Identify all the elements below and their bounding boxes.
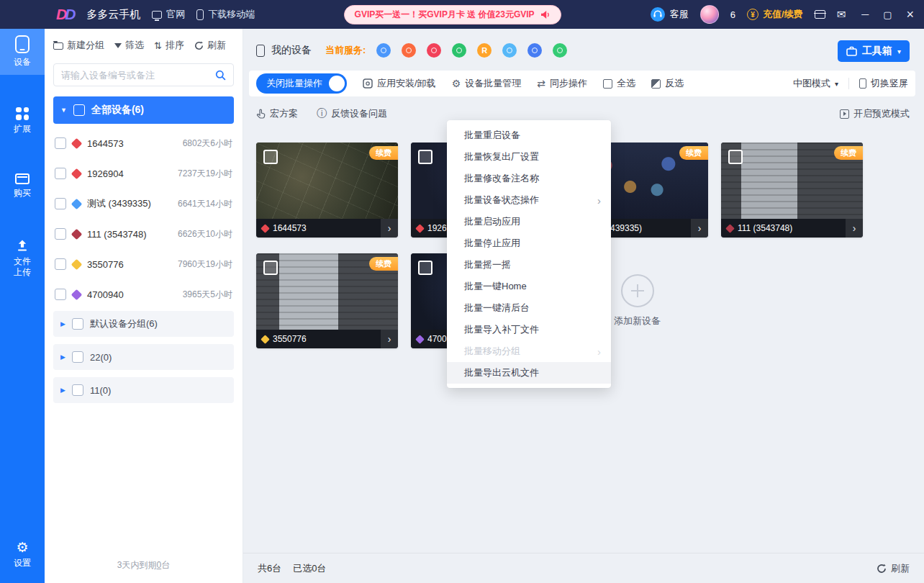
batch-operation-toggle[interactable]: 关闭批量操作: [256, 73, 347, 94]
device-checkbox[interactable]: [55, 228, 66, 240]
expand-triangle-icon[interactable]: ▶: [60, 353, 65, 361]
card-checkbox[interactable]: [728, 150, 743, 164]
toggle-knob[interactable]: [329, 76, 345, 91]
sort-button[interactable]: ⇅ 排序: [154, 39, 184, 52]
menu-item-clear-background[interactable]: 批量一键清后台: [447, 297, 611, 319]
package-icon[interactable]: [815, 10, 825, 19]
expand-triangle-icon[interactable]: ▶: [60, 320, 65, 327]
device-checkbox[interactable]: [55, 258, 66, 270]
sidebar-item-devices[interactable]: 设备: [0, 29, 45, 75]
menu-item-start-app[interactable]: 批量启动应用: [447, 211, 611, 232]
all-devices-header[interactable]: ▼ 全部设备(6): [53, 96, 234, 124]
device-checkbox[interactable]: [55, 289, 66, 300]
toolbox-button[interactable]: 工具箱 ▾: [838, 40, 910, 62]
macro-button[interactable]: 宏方案: [256, 107, 298, 120]
menu-item-device-status[interactable]: 批量设备状态操作›: [447, 189, 611, 211]
device-remaining-time: 6641天14小时: [178, 198, 232, 210]
new-group-button[interactable]: 新建分组: [53, 39, 104, 52]
expand-triangle-icon[interactable]: ▶: [60, 387, 65, 394]
device-row[interactable]: 111 (3543748) 6626天10小时: [45, 219, 243, 249]
menu-item-import-patch[interactable]: 批量导入补丁文件: [447, 319, 611, 340]
card-device-id: 111 (3543748): [738, 223, 792, 233]
device-card[interactable]: 续费 1644573 ›: [256, 143, 398, 238]
group-checkbox[interactable]: [72, 318, 83, 330]
close-button[interactable]: ×: [906, 7, 914, 22]
group-row[interactable]: ▶ 11(0): [53, 377, 234, 403]
card-checkbox[interactable]: [263, 150, 278, 164]
batch-manage-button[interactable]: ⚙ 设备批量管理: [452, 77, 522, 90]
card-expand-chevron[interactable]: ›: [381, 330, 398, 348]
device-checkbox[interactable]: [55, 168, 66, 179]
collapse-triangle-icon[interactable]: ▼: [60, 107, 67, 114]
user-avatar[interactable]: [700, 5, 719, 24]
search-icon[interactable]: [215, 70, 226, 81]
menu-item-export-files[interactable]: 批量导出云机文件: [447, 362, 611, 384]
sidebar-item-settings[interactable]: ⚙ 设置: [0, 534, 45, 576]
sidebar-item-file-upload[interactable]: 文件上传: [0, 232, 45, 285]
renew-badge[interactable]: 续费: [369, 146, 398, 160]
service-icon-2[interactable]: [402, 43, 416, 58]
card-checkbox[interactable]: [263, 261, 278, 275]
select-all-button[interactable]: 全选: [603, 77, 635, 90]
device-card[interactable]: 续费 3550776 ›: [256, 253, 398, 348]
refresh-devices-button[interactable]: 刷新: [877, 562, 910, 575]
service-icon-6[interactable]: [502, 43, 517, 58]
menu-item-factory-reset[interactable]: 批量恢复出厂设置: [447, 146, 611, 168]
view-mode-dropdown[interactable]: 中图模式 ▾: [793, 77, 838, 90]
device-row[interactable]: 1644573 6802天6小时: [45, 128, 243, 158]
switch-portrait-button[interactable]: 切换竖屏: [859, 77, 908, 90]
device-search-input[interactable]: [61, 70, 209, 81]
plus-circle-icon[interactable]: [621, 274, 654, 307]
card-checkbox[interactable]: [418, 150, 432, 164]
device-gem-icon: [71, 289, 83, 300]
group-checkbox[interactable]: [72, 384, 83, 396]
customer-service-button[interactable]: 客服: [650, 6, 689, 22]
device-card[interactable]: 续费 111 (3543748) ›: [721, 143, 863, 238]
card-expand-chevron[interactable]: ›: [381, 219, 398, 238]
service-icon-7[interactable]: [527, 43, 542, 58]
group-checkbox[interactable]: [72, 351, 83, 363]
invert-selection-button[interactable]: 反选: [651, 77, 684, 90]
promo-banner[interactable]: GVIP买一送一！买GVIP月卡 送 价值23元GVIP: [344, 5, 561, 24]
menu-item-stop-app[interactable]: 批量停止应用: [447, 232, 611, 254]
maximize-button[interactable]: ▢: [883, 9, 892, 20]
card-expand-chevron[interactable]: ›: [691, 219, 708, 238]
feedback-button[interactable]: ⓘ 反馈设备问题: [317, 107, 387, 120]
renew-badge[interactable]: 续费: [369, 257, 398, 271]
card-checkbox[interactable]: [418, 261, 432, 275]
renew-badge[interactable]: 续费: [679, 146, 708, 160]
service-icon-3[interactable]: [427, 43, 441, 58]
filter-button[interactable]: 筛选: [114, 39, 144, 52]
service-icon-8[interactable]: [553, 43, 567, 58]
device-checkbox[interactable]: [55, 198, 66, 209]
official-site-link[interactable]: 官网: [152, 8, 185, 21]
menu-item-rename[interactable]: 批量修改备注名称: [447, 168, 611, 189]
menu-item-batch-restart[interactable]: 批量重启设备: [447, 125, 611, 146]
mail-icon[interactable]: ✉: [837, 8, 846, 21]
card-expand-chevron[interactable]: ›: [846, 219, 863, 238]
recharge-button[interactable]: ¥ 充值/续费: [747, 8, 803, 21]
group-row[interactable]: ▶ 22(0): [53, 344, 234, 370]
panel-refresh-button[interactable]: 刷新: [194, 39, 226, 52]
group-row[interactable]: ▶ 默认设备分组(6): [53, 311, 234, 337]
device-checkbox[interactable]: [55, 137, 66, 149]
device-row[interactable]: 3550776 7960天19小时: [45, 249, 243, 279]
download-mobile-link[interactable]: 下载移动端: [196, 8, 255, 21]
menu-item-shake[interactable]: 批量摇一摇: [447, 254, 611, 276]
service-icon-5[interactable]: R: [477, 43, 492, 58]
all-devices-checkbox[interactable]: [73, 104, 85, 116]
renew-badge[interactable]: 续费: [834, 146, 863, 160]
device-row[interactable]: 1926904 7237天19小时: [45, 158, 243, 189]
menu-item-label: 批量移动分组: [464, 345, 520, 358]
device-row[interactable]: 测试 (3439335) 6641天14小时: [45, 189, 243, 219]
sync-operation-button[interactable]: ⇄ 同步操作: [537, 77, 587, 90]
service-icon-1[interactable]: [376, 43, 391, 58]
sidebar-item-extensions[interactable]: 扩展: [0, 101, 45, 142]
device-row[interactable]: 4700940 3965天5小时: [45, 279, 243, 309]
minimize-button[interactable]: ─: [861, 9, 869, 20]
service-icon-4[interactable]: [452, 43, 466, 58]
app-install-button[interactable]: 应用安装/卸载: [363, 77, 436, 90]
sidebar-item-purchase[interactable]: 购买: [0, 167, 45, 206]
menu-item-home[interactable]: 批量一键Home: [447, 276, 611, 297]
preview-mode-button[interactable]: 开启预览模式: [840, 107, 910, 120]
